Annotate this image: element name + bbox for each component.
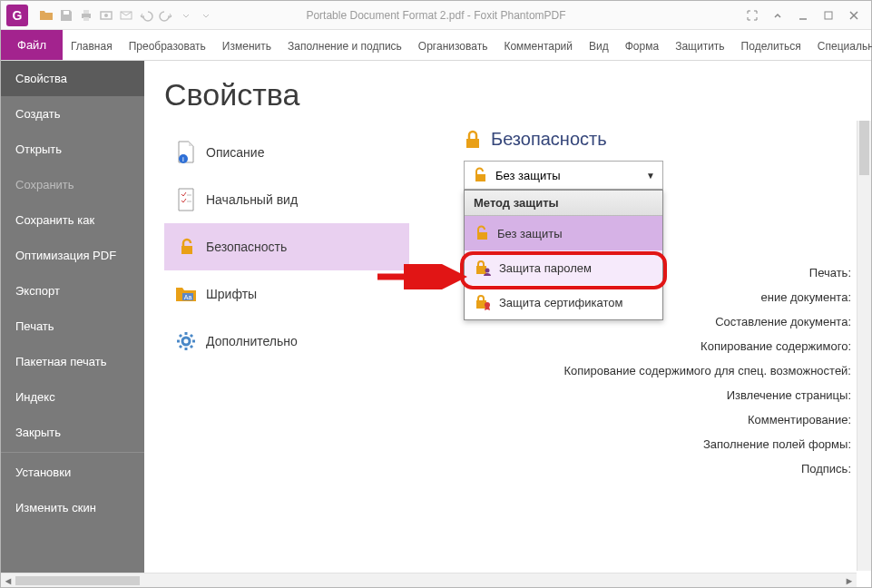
- open-icon[interactable]: [37, 6, 55, 24]
- scrollbar-thumb[interactable]: [859, 121, 869, 175]
- lock-open-icon: [474, 225, 490, 241]
- svg-rect-2: [83, 10, 89, 14]
- option-label: Защита сертификатом: [499, 296, 622, 309]
- sidebar-item-index[interactable]: Индекс: [1, 379, 144, 415]
- backstage-sidebar: Свойства Создать Открыть Сохранить Сохра…: [1, 61, 144, 587]
- sidebar-item-preferences[interactable]: Установки: [1, 455, 144, 490]
- option-no-protection[interactable]: Без защиты: [465, 216, 662, 250]
- sidebar-item-saveas[interactable]: Сохранить как: [1, 202, 144, 238]
- tab-form[interactable]: Форма: [617, 33, 667, 60]
- undo-dropdown-icon[interactable]: [177, 6, 195, 24]
- lock-user-icon: [474, 260, 492, 276]
- undo-icon[interactable]: [137, 6, 155, 24]
- perm-copy-accessibility: Копирование содержимого для спец. возмож…: [552, 358, 851, 383]
- tab-special[interactable]: Специальные: [809, 33, 872, 60]
- sidebar-item-batch-print[interactable]: Пакетная печать: [1, 344, 144, 379]
- tab-comment[interactable]: Комментарий: [495, 33, 581, 60]
- sidebar-item-close[interactable]: Закрыть: [1, 415, 144, 450]
- save-icon[interactable]: [57, 6, 75, 24]
- svg-text:i: i: [182, 155, 184, 163]
- prop-tab-label: Безопасность: [206, 240, 287, 254]
- scroll-track[interactable]: [15, 575, 842, 586]
- caret-down-icon: ▼: [646, 171, 655, 181]
- prop-tab-label: Шрифты: [206, 287, 257, 301]
- minimize-button[interactable]: [791, 5, 815, 25]
- security-panel: Безопасность Без защиты ▼ Метод защиты: [464, 129, 851, 190]
- tab-protect[interactable]: Защитить: [667, 33, 732, 60]
- sidebar-item-open[interactable]: Открыть: [1, 132, 144, 167]
- quick-access-toolbar: [37, 6, 215, 24]
- perm-signing: Подпись:: [552, 456, 851, 481]
- svg-rect-0: [64, 11, 69, 15]
- prop-tab-security[interactable]: Безопасность: [164, 223, 409, 270]
- sidebar-separator: [1, 452, 144, 453]
- svg-line-22: [191, 335, 192, 337]
- window-controls: [740, 5, 866, 25]
- properties-columns: i Описание Начальный вид: [164, 129, 851, 365]
- vertical-scrollbar[interactable]: [857, 121, 871, 571]
- fullscreen-icon[interactable]: [740, 5, 764, 25]
- sidebar-item-properties[interactable]: Свойства: [1, 61, 144, 96]
- lock-open-icon: [472, 167, 488, 183]
- file-tab[interactable]: Файл: [1, 29, 63, 60]
- dropdown-display[interactable]: Без защиты ▼: [464, 161, 663, 190]
- option-label: Без защиты: [497, 227, 563, 240]
- perm-copy: Копирование содержимого:: [552, 334, 851, 358]
- sidebar-item-optimize[interactable]: Оптимизация PDF: [1, 238, 144, 273]
- gear-icon: [175, 330, 197, 352]
- qat-customize-icon[interactable]: [197, 6, 215, 24]
- svg-point-24: [485, 269, 490, 273]
- email-icon[interactable]: [117, 6, 135, 24]
- sidebar-item-skin[interactable]: Изменить скин: [1, 490, 144, 525]
- scrollbar-thumb[interactable]: [15, 576, 140, 585]
- tab-view[interactable]: Вид: [581, 33, 617, 60]
- backstage: Свойства Создать Открыть Сохранить Сохра…: [1, 61, 871, 587]
- perm-form-fill: Заполнение полей формы:: [552, 432, 851, 456]
- tab-share[interactable]: Поделиться: [733, 33, 809, 60]
- svg-rect-8: [825, 12, 832, 19]
- lock-open-icon: [175, 236, 197, 258]
- redo-icon[interactable]: [157, 6, 175, 24]
- svg-point-15: [182, 338, 190, 345]
- prop-tab-label: Дополнительно: [206, 334, 298, 348]
- app-window: G Portable Document Format 2.pdf - Foxit…: [0, 0, 872, 588]
- app-icon: G: [6, 5, 28, 26]
- backstage-content: Свойства i Описание Начальный вид: [144, 61, 871, 587]
- document-info-icon: i: [175, 142, 197, 163]
- protection-method-dropdown[interactable]: Без защиты ▼ Метод защиты Без защиты: [464, 161, 663, 190]
- option-certificate-protection[interactable]: Защита сертификатом: [465, 285, 662, 319]
- sidebar-item-print[interactable]: Печать: [1, 309, 144, 344]
- tab-edit[interactable]: Изменить: [214, 33, 279, 60]
- prop-tab-description[interactable]: i Описание: [164, 129, 409, 176]
- prop-tab-advanced[interactable]: Дополнительно: [164, 318, 409, 365]
- option-password-protection[interactable]: Защита паролем: [465, 250, 662, 285]
- ribbon-toggle-icon[interactable]: [766, 5, 789, 25]
- ribbon-tabs: Файл Главная Преобразовать Изменить Запо…: [1, 30, 871, 61]
- close-button[interactable]: [842, 5, 866, 25]
- prop-tab-initial-view[interactable]: Начальный вид: [164, 176, 409, 223]
- svg-point-5: [104, 14, 108, 17]
- scroll-right-icon[interactable]: ►: [842, 575, 857, 586]
- sidebar-item-create[interactable]: Создать: [1, 96, 144, 132]
- security-heading: Безопасность: [464, 129, 851, 150]
- sidebar-item-save: Сохранить: [1, 167, 144, 202]
- fonts-folder-icon: Aa: [175, 283, 197, 305]
- tab-convert[interactable]: Преобразовать: [121, 33, 214, 60]
- scroll-left-icon[interactable]: ◄: [1, 575, 15, 586]
- dropdown-header: Метод защиты: [465, 191, 662, 216]
- prop-tab-fonts[interactable]: Aa Шрифты: [164, 270, 409, 318]
- lock-icon: [464, 130, 482, 150]
- perm-commenting: Комментирование:: [552, 407, 851, 432]
- snapshot-icon[interactable]: [97, 6, 115, 24]
- page-title: Свойства: [164, 77, 851, 113]
- horizontal-scrollbar[interactable]: ◄ ►: [1, 573, 857, 587]
- maximize-button[interactable]: [817, 5, 840, 25]
- tab-home[interactable]: Главная: [63, 33, 121, 60]
- option-label: Защита паролем: [499, 261, 592, 275]
- tab-fill-sign[interactable]: Заполнение и подпись: [279, 33, 410, 60]
- sidebar-item-export[interactable]: Экспорт: [1, 273, 144, 309]
- tab-organize[interactable]: Организовать: [410, 33, 496, 60]
- svg-line-21: [191, 346, 192, 348]
- print-icon[interactable]: [77, 6, 95, 24]
- titlebar: G Portable Document Format 2.pdf - Foxit…: [1, 1, 871, 30]
